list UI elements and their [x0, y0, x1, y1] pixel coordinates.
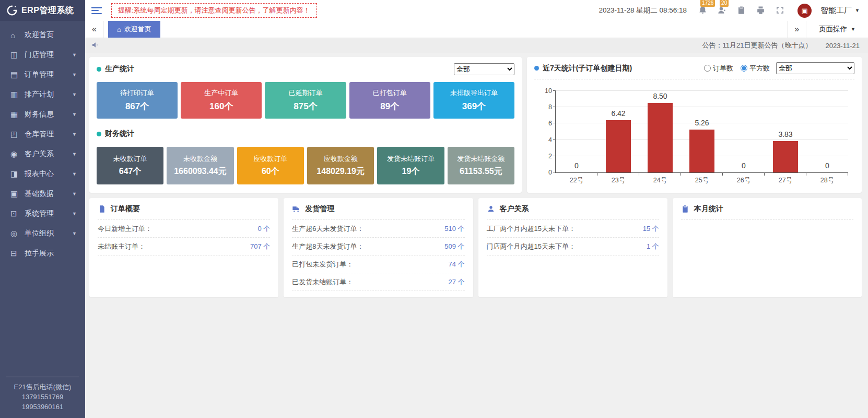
- chevron-down-icon: ▼: [72, 52, 77, 57]
- x-axis-label: 23号: [597, 176, 639, 185]
- menu-icon: ⊟: [10, 249, 23, 258]
- stat-card[interactable]: 应收款订单 60个: [237, 147, 304, 184]
- radio-square-count[interactable]: 平方数: [741, 64, 770, 73]
- row-value[interactable]: 707 个: [250, 242, 270, 251]
- bell-icon[interactable]: 1726: [698, 5, 708, 16]
- production-filter-select[interactable]: 全部: [454, 63, 514, 75]
- support-phone-title: E21售后电话(微信): [0, 382, 85, 392]
- stat-card[interactable]: 未收款订单 647个: [97, 147, 163, 184]
- row-value[interactable]: 510 个: [444, 224, 464, 234]
- clipboard-icon[interactable]: [736, 5, 747, 16]
- bar-chart: 0246810022号6.4223号8.5024号5.2625号026号3.83…: [536, 83, 852, 185]
- bar-column: 026号: [723, 91, 765, 172]
- stat-card-label: 未收款订单: [113, 154, 147, 164]
- sidebar-menu-item[interactable]: ◉ 客户关系 ▼: [0, 144, 85, 164]
- panel-row: 未结账主订单： 707 个: [98, 238, 270, 256]
- bar: [689, 130, 714, 172]
- row-value[interactable]: 27 个: [448, 277, 464, 287]
- sidebar-menu: ⌂ 欢迎首页 ▼ ◫ 门店管理 ▼ ▤ 订单管理 ▼ ▥: [0, 21, 85, 377]
- bar-column: 5.2625号: [681, 91, 723, 172]
- main-column: 提醒:系统每周定期更新，请注意查阅更新公告，了解更新内容！ 2023-11-28…: [85, 0, 868, 418]
- stat-card[interactable]: 发货未结账订单 19个: [377, 147, 444, 184]
- menu-toggle-icon[interactable]: [91, 7, 102, 14]
- finance-title: 财务统计: [105, 129, 134, 138]
- support-phone-2: 19953960161: [0, 402, 85, 412]
- stat-card-label: 应收款订单: [253, 154, 287, 164]
- radio-label: 订单数: [713, 64, 733, 73]
- sidebar-menu-item[interactable]: ◨ 报表中心 ▼: [0, 164, 85, 184]
- avatar[interactable]: ▣: [797, 4, 812, 18]
- sidebar-menu-item[interactable]: ◎ 单位组织 ▼: [0, 224, 85, 243]
- stat-card-value: 60个: [262, 166, 279, 177]
- sidebar-menu-item[interactable]: ▦ 财务信息 ▼: [0, 104, 85, 124]
- bar-column: 8.5024号: [639, 91, 681, 172]
- bar-column: 028号: [806, 91, 848, 172]
- announcement-bar: 公告：11月21日更新公告（晚十点） 2023-11-21: [85, 38, 868, 53]
- menu-icon: ▦: [10, 110, 23, 119]
- production-stats-panel: 生产统计 全部 待打印订单 867个: [89, 57, 522, 193]
- app-title: ERP管理系统: [21, 5, 74, 16]
- user-caret-icon: ▼: [855, 8, 860, 13]
- menu-icon: ◨: [10, 169, 23, 179]
- sidebar-menu-item[interactable]: ▤ 订单管理 ▼: [0, 65, 85, 85]
- stat-card[interactable]: 未排版导出订单 369个: [433, 82, 514, 119]
- menu-icon: ▥: [10, 90, 23, 99]
- panel-month-stats: 本月统计: [673, 198, 862, 297]
- tabbar: « ⌂ 欢迎首页 » 页面操作 ▼: [85, 21, 868, 38]
- sidebar-menu-item[interactable]: ⊡ 系统管理 ▼: [0, 204, 85, 224]
- stat-card[interactable]: 应收款金额 148029.19元: [307, 147, 374, 184]
- tab-welcome[interactable]: ⌂ 欢迎首页: [108, 21, 160, 38]
- x-axis-tick: [681, 172, 681, 176]
- x-axis-label: 26号: [723, 176, 765, 185]
- stat-card[interactable]: 已延期订单 875个: [265, 82, 346, 119]
- content: 生产统计 全部 待打印订单 867个: [85, 53, 868, 418]
- sidebar-menu-item[interactable]: ◰ 仓库管理 ▼: [0, 124, 85, 144]
- stat-card[interactable]: 已打包订单 89个: [349, 82, 430, 119]
- radio-order-count[interactable]: 订单数: [704, 64, 733, 73]
- sidebar-menu-item[interactable]: ▣ 基础数据 ▼: [0, 184, 85, 204]
- chart-filter-select[interactable]: 全部: [776, 62, 854, 74]
- row-value[interactable]: 15 个: [643, 224, 659, 234]
- stat-card[interactable]: 生产中订单 160个: [181, 82, 262, 119]
- stat-card-value: 160个: [209, 100, 233, 112]
- announcement-text[interactable]: 公告：11月21日更新公告（晚十点）: [702, 41, 812, 50]
- printer-icon[interactable]: [756, 5, 766, 16]
- chevron-down-icon: ▼: [72, 152, 77, 157]
- stat-card[interactable]: 未收款金额 1660093.44元: [167, 147, 233, 184]
- panel-row: 今日新增主订单： 0 个: [98, 220, 270, 238]
- menu-icon: ◰: [10, 130, 23, 139]
- row-value[interactable]: 74 个: [448, 260, 464, 269]
- page-actions-dropdown[interactable]: 页面操作 ▼: [806, 21, 868, 38]
- chevron-down-icon: ▼: [72, 211, 77, 216]
- sidebar-menu-item[interactable]: ⊟ 拉手展示 ▼: [0, 243, 85, 263]
- menu-item-label: 单位组织: [25, 229, 72, 238]
- bar-column: 022号: [556, 91, 597, 172]
- stat-card[interactable]: 待打印订单 867个: [97, 82, 178, 119]
- username[interactable]: 智能工厂 ▼: [820, 6, 860, 16]
- stat-card-label: 未收款金额: [183, 154, 217, 164]
- tabs-scroll-right-icon[interactable]: »: [787, 21, 806, 38]
- stat-card-label: 应收款金额: [324, 154, 358, 164]
- sidebar-menu-item[interactable]: ◫ 门店管理 ▼: [0, 45, 85, 65]
- x-axis-tick: [639, 172, 639, 176]
- panel-title: 本月统计: [694, 204, 723, 214]
- stat-card-value: 867个: [125, 100, 149, 112]
- sidebar-menu-item[interactable]: ▥ 排产计划 ▼: [0, 85, 85, 104]
- menu-item-label: 财务信息: [25, 110, 72, 119]
- stat-card[interactable]: 发货未结账金额 61153.55元: [448, 147, 514, 184]
- fullscreen-icon[interactable]: [775, 5, 785, 16]
- clipboard-icon: [681, 205, 689, 213]
- weekly-chart-panel: 近7天统计(子订单创建日期) 订单数 平方数: [527, 57, 862, 193]
- row-value[interactable]: 509 个: [444, 242, 464, 251]
- panel-title: 订单概要: [111, 204, 140, 214]
- production-cards: 待打印订单 867个 生产中订单 160个 已延期订单 875个: [97, 82, 514, 119]
- row-value[interactable]: 0 个: [257, 224, 270, 234]
- user-add-icon[interactable]: 20: [717, 5, 728, 16]
- panel-shipping: 发货管理 生产超6天未发货订单： 510 个 生产超8天未发货订单：: [284, 198, 473, 297]
- row-value[interactable]: 1 个: [647, 242, 659, 251]
- bar-value-label: 5.26: [681, 119, 723, 127]
- tabs-scroll-left-icon[interactable]: «: [85, 21, 104, 38]
- sidebar-menu-item[interactable]: ⌂ 欢迎首页 ▼: [0, 25, 85, 45]
- row-label: 未结账主订单：: [98, 242, 145, 251]
- panel-customer-relations: 客户关系 工厂两个月内超15天未下单： 15 个 门店两个月内超15天未下单：: [478, 198, 667, 297]
